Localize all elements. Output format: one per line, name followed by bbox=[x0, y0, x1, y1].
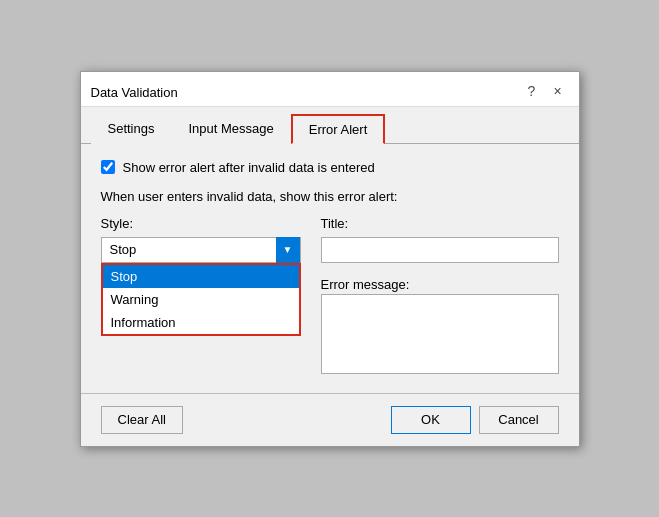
style-col: Style: Stop ▼ Stop Warning bbox=[101, 216, 301, 377]
show-alert-row: Show error alert after invalid data is e… bbox=[101, 160, 559, 175]
help-button[interactable]: ? bbox=[521, 80, 543, 102]
title-bar-left: Data Validation bbox=[91, 85, 178, 100]
tab-settings[interactable]: Settings bbox=[91, 114, 172, 144]
data-validation-dialog: Data Validation ? × Settings Input Messa… bbox=[80, 71, 580, 447]
select-arrow-icon: ▼ bbox=[276, 237, 300, 263]
error-message-label: Error message: bbox=[321, 277, 559, 292]
style-select-wrapper: Stop ▼ Stop Warning Information bbox=[101, 237, 301, 263]
show-alert-label: Show error alert after invalid data is e… bbox=[123, 160, 375, 175]
tab-input-message[interactable]: Input Message bbox=[171, 114, 290, 144]
style-selected-value: Stop bbox=[110, 242, 137, 257]
tab-error-alert[interactable]: Error Alert bbox=[291, 114, 386, 144]
dialog-content: Show error alert after invalid data is e… bbox=[81, 144, 579, 393]
tab-bar: Settings Input Message Error Alert bbox=[81, 107, 579, 144]
cancel-button[interactable]: Cancel bbox=[479, 406, 559, 434]
title-bar: Data Validation ? × bbox=[81, 72, 579, 107]
title-label: Title: bbox=[321, 216, 559, 231]
form-row: Style: Stop ▼ Stop Warning bbox=[101, 216, 559, 377]
style-select[interactable]: Stop ▼ bbox=[101, 237, 301, 263]
show-alert-checkbox[interactable] bbox=[101, 160, 115, 174]
dropdown-item-information[interactable]: Information bbox=[103, 311, 299, 334]
style-dropdown: Stop Warning Information bbox=[101, 263, 301, 336]
dialog-title: Data Validation bbox=[91, 85, 178, 100]
dropdown-item-warning[interactable]: Warning bbox=[103, 288, 299, 311]
footer-right: OK Cancel bbox=[391, 406, 559, 434]
title-input[interactable] bbox=[321, 237, 559, 263]
error-message-textarea[interactable] bbox=[321, 294, 559, 374]
right-col: Title: Error message: bbox=[321, 216, 559, 377]
dropdown-item-stop[interactable]: Stop bbox=[103, 265, 299, 288]
dialog-footer: Clear All OK Cancel bbox=[81, 393, 579, 446]
title-bar-controls: ? × bbox=[521, 80, 569, 106]
clear-all-button[interactable]: Clear All bbox=[101, 406, 183, 434]
section-label: When user enters invalid data, show this… bbox=[101, 189, 559, 204]
style-label: Style: bbox=[101, 216, 301, 231]
ok-button[interactable]: OK bbox=[391, 406, 471, 434]
close-button[interactable]: × bbox=[547, 80, 569, 102]
